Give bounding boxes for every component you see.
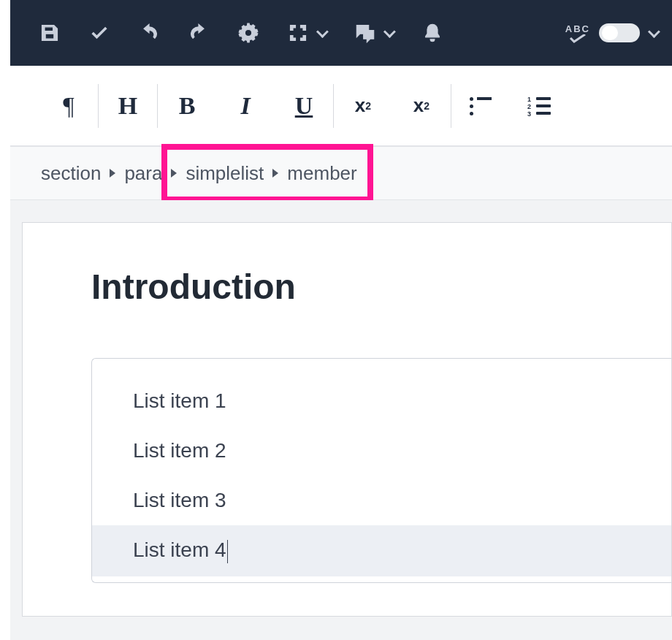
settings-button[interactable] — [238, 0, 259, 66]
chevron-down-icon — [316, 26, 329, 38]
breadcrumb-section[interactable]: section — [41, 162, 101, 185]
underline-button[interactable]: U — [275, 84, 333, 128]
list-item-active[interactable]: List item 4 — [92, 525, 671, 576]
spellcheck-toggle-group[interactable] — [599, 0, 657, 66]
format-toolbar: ¶ H B I U x2 x2 123 — [10, 66, 672, 146]
chevron-down-icon — [383, 26, 396, 38]
spellcheck-indicator[interactable]: ABC — [565, 0, 590, 66]
italic-button[interactable]: I — [216, 84, 275, 128]
document-title[interactable]: Introduction — [91, 267, 671, 307]
list-item[interactable]: List item 1 — [92, 376, 671, 426]
comments-dropdown[interactable] — [355, 0, 393, 66]
redo-button[interactable] — [188, 0, 209, 66]
subscript-button[interactable]: x2 — [392, 84, 451, 128]
bullet-list-icon — [470, 97, 492, 115]
document-page[interactable]: Introduction List item 1 List item 2 Lis… — [22, 222, 672, 617]
pilcrow-icon: ¶ — [63, 92, 74, 120]
chat-icon — [355, 23, 375, 43]
breadcrumb-bar: section para simplelist member — [10, 146, 672, 200]
notifications-button[interactable] — [422, 0, 443, 66]
text-caret — [227, 540, 228, 563]
app-toolbar: ABC — [10, 0, 672, 66]
breadcrumb-member[interactable]: member — [287, 162, 356, 185]
simplelist-block[interactable]: List item 1 List item 2 List item 3 List… — [91, 358, 671, 583]
bullet-list-button[interactable] — [451, 84, 510, 128]
frame-icon — [288, 23, 308, 43]
save-icon — [39, 23, 60, 43]
numbered-list-button[interactable]: 123 — [510, 84, 568, 128]
redo-icon — [188, 23, 209, 43]
breadcrumb-simplelist[interactable]: simplelist — [186, 162, 264, 185]
bell-icon — [422, 23, 443, 43]
check-icon — [89, 23, 110, 43]
abc-label: ABC — [565, 23, 590, 34]
undo-icon — [139, 23, 159, 43]
numbered-list-icon: 123 — [527, 97, 551, 115]
list-item-text: List item 4 — [133, 538, 226, 561]
gear-icon — [238, 23, 259, 43]
list-item[interactable]: List item 3 — [92, 476, 671, 525]
breadcrumb-separator — [110, 169, 115, 178]
chevron-down-icon — [648, 26, 660, 38]
done-button[interactable] — [89, 0, 110, 66]
superscript-button[interactable]: x2 — [334, 84, 392, 128]
breadcrumb-separator — [171, 169, 177, 178]
heading-button[interactable]: H — [99, 84, 157, 128]
list-item[interactable]: List item 2 — [92, 426, 671, 476]
editor-canvas: Introduction List item 1 List item 2 Lis… — [10, 200, 672, 640]
undo-button[interactable] — [139, 0, 159, 66]
check-icon — [569, 34, 587, 43]
spellcheck-toggle[interactable] — [599, 23, 640, 42]
breadcrumb-para[interactable]: para — [124, 162, 162, 185]
paragraph-style-button[interactable]: ¶ — [39, 84, 98, 128]
breadcrumb-separator — [272, 169, 278, 178]
bold-button[interactable]: B — [158, 84, 216, 128]
view-mode-dropdown[interactable] — [288, 0, 326, 66]
save-button[interactable] — [39, 0, 60, 66]
